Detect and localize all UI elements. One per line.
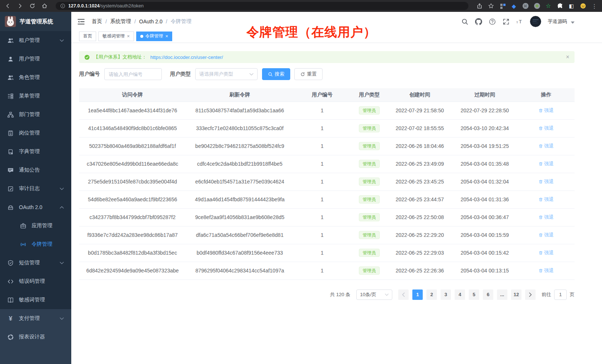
expire-time-cell: 2054-03-04 01:35:48	[452, 155, 518, 173]
user-type-select[interactable]: 请选择用户类型	[195, 68, 258, 80]
sms-icon	[7, 260, 14, 266]
tab-close-icon[interactable]: ×	[127, 34, 130, 39]
report-designer-icon	[7, 334, 14, 340]
sidebar-item-dict[interactable]: 字典管理	[0, 142, 71, 161]
sidebar-item-error-code[interactable]: 错误码管理	[0, 272, 71, 291]
page-button-12[interactable]: 12	[511, 289, 521, 300]
tab-close-icon[interactable]: ×	[166, 34, 169, 39]
sidebar-item-tenant[interactable]: 租户管理	[0, 31, 71, 50]
page-button-5[interactable]: 5	[469, 289, 479, 300]
force-logout-button[interactable]: 强退	[539, 107, 554, 114]
create-time-cell: 2022-06-26 18:04:46	[388, 137, 452, 155]
force-logout-button[interactable]: 强退	[539, 267, 554, 274]
browser-menu-dots-icon[interactable]: ⋮	[591, 3, 598, 9]
sidebar-item-sms[interactable]: 短信管理	[0, 254, 71, 272]
oauth2-app-icon	[20, 223, 26, 229]
command-extension-icon[interactable]: ⌘	[522, 3, 529, 9]
caret-down-icon[interactable]	[571, 21, 575, 24]
table-row: 6d842e2924594de9a09e45e087323abe8796295f…	[79, 262, 575, 279]
sidebar-item-report-designer[interactable]: 报表设计器	[0, 328, 71, 346]
force-logout-button[interactable]: 强退	[539, 214, 554, 221]
sidebar-item-role[interactable]: 角色管理	[0, 68, 71, 87]
breadcrumb-item[interactable]: 系统管理	[110, 18, 131, 25]
force-logout-button[interactable]: 强退	[539, 178, 554, 185]
back-icon[interactable]	[4, 3, 11, 9]
sidebar-item-sensitive-word[interactable]: 敏感词管理	[0, 291, 71, 309]
browser-url-bar[interactable]: 127.0.0.1:1024/system/oauth2/token	[56, 2, 468, 10]
username[interactable]: 芋道源码	[548, 18, 567, 25]
extensions-grid-icon[interactable]	[499, 3, 506, 9]
trash-icon	[539, 215, 543, 219]
prev-page-button[interactable]	[398, 289, 409, 300]
force-logout-button[interactable]: 强退	[539, 232, 554, 238]
record-extension-icon[interactable]	[534, 3, 540, 9]
sidebar-item-post[interactable]: 岗位管理	[0, 124, 71, 142]
sidebar-item-oauth2-app[interactable]: 应用管理	[0, 216, 71, 235]
next-page-button[interactable]	[525, 289, 536, 300]
sidebar-item-menu[interactable]: 菜单管理	[0, 87, 71, 105]
create-time-cell: 2022-06-25 22:29:03	[388, 244, 452, 262]
sidebar-item-oauth2[interactable]: OAuth 2.0	[0, 198, 71, 216]
user-type-label: 用户类型	[170, 71, 191, 77]
page-button-4[interactable]: 4	[455, 289, 465, 300]
access-token-cell: b0d1785bc3a8482f812db4a3f3bd15ec	[79, 244, 186, 262]
reader-extension-icon[interactable]: ◧	[568, 3, 575, 9]
page-button-2[interactable]: 2	[426, 289, 437, 300]
pager: 123456...12	[396, 289, 537, 300]
sidebar-item-audit-log[interactable]: 审计日志	[0, 179, 71, 198]
tab-item[interactable]: 敏感词管理×	[98, 32, 134, 41]
gem-extension-icon[interactable]: ◆	[511, 3, 517, 9]
search-button[interactable]: 搜索	[262, 68, 290, 80]
help-icon[interactable]	[489, 18, 496, 25]
share-icon[interactable]	[476, 3, 482, 9]
github-icon[interactable]	[475, 18, 482, 25]
profile-emoji-icon[interactable]	[580, 3, 586, 9]
force-logout-button[interactable]: 强退	[539, 125, 554, 132]
star-extension-icon[interactable]: ☆	[545, 3, 552, 9]
alert-close-icon[interactable]: ×	[566, 54, 569, 60]
sidebar-item-label: 令牌管理	[32, 241, 52, 248]
breadcrumb-item[interactable]: 首页	[92, 18, 102, 25]
user-id-cell: 1	[294, 244, 351, 262]
force-logout-button[interactable]: 强退	[539, 196, 554, 203]
tab-item[interactable]: 首页	[79, 32, 96, 41]
user-id-input[interactable]	[104, 68, 162, 80]
sidebar-item-oauth2-token[interactable]: 令牌管理	[0, 235, 71, 254]
doc-link[interactable]: https://doc.iocoder.cn/user-center/	[150, 54, 223, 60]
reload-icon[interactable]	[29, 3, 36, 9]
reset-button[interactable]: 重置	[294, 68, 323, 80]
app-logo[interactable]: 芋道管理系统	[0, 12, 71, 31]
page-size-select[interactable]: 10条/页	[356, 289, 392, 300]
url-text: 127.0.0.1:1024/system/oauth2/token	[68, 3, 144, 9]
bookmark-star-icon[interactable]	[488, 3, 494, 9]
page-button-6[interactable]: 6	[483, 289, 493, 300]
puzzle-extension-icon[interactable]	[557, 3, 563, 9]
sidebar-item-label: 角色管理	[19, 74, 40, 81]
font-size-icon[interactable]: TT	[516, 18, 523, 25]
force-logout-button[interactable]: 强退	[539, 143, 554, 149]
breadcrumb-item[interactable]: OAuth 2.0	[139, 19, 163, 24]
forward-icon[interactable]	[17, 3, 23, 9]
user-avatar[interactable]	[530, 16, 541, 27]
page-more-button[interactable]: ...	[497, 289, 507, 300]
sidebar-item-pay[interactable]: ¥支付管理	[0, 309, 71, 328]
sidebar-item-dept[interactable]: 部门管理	[0, 105, 71, 124]
search-icon[interactable]	[461, 18, 468, 25]
collapse-sidebar-button[interactable]	[77, 18, 85, 26]
sidebar-item-user[interactable]: 用户管理	[0, 50, 71, 68]
sidebar-item-notice[interactable]: 通知公告	[0, 161, 71, 179]
force-logout-button[interactable]: 强退	[539, 249, 554, 256]
page-button-3[interactable]: 3	[441, 289, 451, 300]
user-id-cell: 1	[294, 102, 351, 119]
tab-active-item[interactable]: 令牌管理×	[136, 32, 173, 41]
home-icon[interactable]	[41, 3, 48, 9]
page-button-1[interactable]: 1	[412, 289, 423, 300]
sidebar: 芋道管理系统 租户管理用户管理角色管理菜单管理部门管理岗位管理字典管理通知公告审…	[0, 12, 71, 364]
site-info-icon[interactable]	[60, 3, 65, 9]
force-logout-button[interactable]: 强退	[539, 161, 554, 167]
expire-time-cell: 2054-03-04 00:15:42	[452, 244, 518, 262]
fullscreen-icon[interactable]	[503, 18, 510, 25]
success-check-icon	[84, 54, 90, 60]
goto-page-input[interactable]	[554, 289, 567, 300]
create-time-cell: 2022-06-25 22:50:08	[388, 208, 452, 226]
